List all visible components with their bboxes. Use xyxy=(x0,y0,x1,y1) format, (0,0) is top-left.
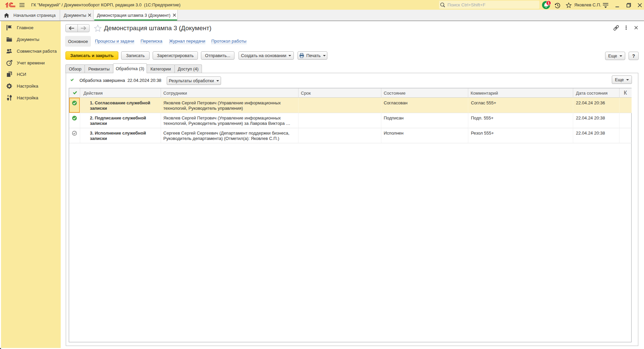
svg-text:1: 1 xyxy=(548,1,550,5)
